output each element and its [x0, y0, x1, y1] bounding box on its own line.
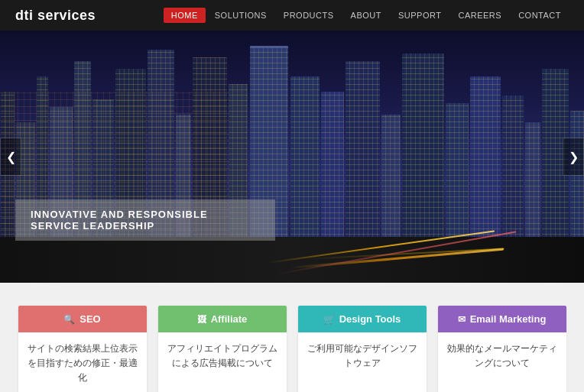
- cart-icon: 🛒: [323, 314, 335, 325]
- hero-section: ❮ ❯ INNOVATIVE AND RESPONSIBLE SERVICE L…: [0, 31, 584, 283]
- card-design: 🛒 Design Tools ご利用可能なデザインソフトウェア read mor…: [298, 306, 427, 392]
- nav-support[interactable]: SUPPORT: [391, 8, 449, 23]
- cards-section: 🔍 SEO サイトの検索結果上位表示を目指すための修正・最適化 read mor…: [0, 283, 584, 392]
- image-icon: 🖼: [197, 314, 206, 325]
- nav-contact[interactable]: CONTACT: [511, 8, 569, 23]
- card-affiliate-title: Affiliate: [211, 313, 248, 325]
- nav-careers[interactable]: CAREERS: [450, 8, 509, 23]
- search-icon: 🔍: [63, 314, 75, 325]
- carousel-next[interactable]: ❯: [563, 138, 584, 176]
- card-email-title: Email Marketing: [470, 313, 547, 325]
- road: [0, 237, 584, 283]
- card-design-header: 🛒 Design Tools: [298, 306, 427, 332]
- logo: dti services: [15, 8, 96, 24]
- card-seo-header: 🔍 SEO: [18, 306, 147, 332]
- nav-about[interactable]: ABOUT: [343, 8, 389, 23]
- card-affiliate-header: 🖼 Affiliate: [158, 306, 287, 332]
- card-design-footer: read more →: [298, 386, 427, 392]
- card-design-title: Design Tools: [339, 313, 401, 325]
- nav-products[interactable]: PRODUCTS: [276, 8, 342, 23]
- hero-tagline: INNOVATIVE AND RESPONSIBLE SERVICE LEADE…: [31, 209, 208, 232]
- hero-tagline-overlay: INNOVATIVE AND RESPONSIBLE SERVICE LEADE…: [15, 199, 275, 241]
- main-nav: HOME SOLUTIONS PRODUCTS ABOUT SUPPORT CA…: [164, 8, 569, 23]
- card-email: ✉ Email Marketing 効果的なメールマーケティングについて rea…: [438, 306, 566, 392]
- nav-solutions[interactable]: SOLUTIONS: [207, 8, 274, 23]
- header: dti services HOME SOLUTIONS PRODUCTS ABO…: [0, 0, 584, 31]
- card-seo-title: SEO: [79, 313, 100, 325]
- card-affiliate: 🖼 Affiliate アフィリエイトプログラムによる広告掲載について read…: [158, 306, 287, 392]
- card-email-header: ✉ Email Marketing: [438, 306, 566, 332]
- nav-home[interactable]: HOME: [164, 8, 206, 23]
- carousel-prev[interactable]: ❮: [0, 138, 21, 176]
- card-design-body: ご利用可能なデザインソフトウェア: [298, 332, 427, 386]
- card-affiliate-footer: read more →: [158, 386, 287, 392]
- card-email-body: 効果的なメールマーケティングについて: [438, 332, 566, 386]
- card-seo: 🔍 SEO サイトの検索結果上位表示を目指すための修正・最適化 read mor…: [18, 306, 147, 392]
- card-affiliate-body: アフィリエイトプログラムによる広告掲載について: [158, 332, 287, 386]
- hero-background: [0, 31, 584, 283]
- envelope-icon: ✉: [458, 314, 466, 325]
- card-seo-body: サイトの検索結果上位表示を目指すための修正・最適化: [18, 332, 147, 392]
- chevron-right-icon: ❯: [569, 150, 579, 164]
- chevron-left-icon: ❮: [6, 150, 16, 164]
- card-email-footer: read more →: [438, 386, 566, 392]
